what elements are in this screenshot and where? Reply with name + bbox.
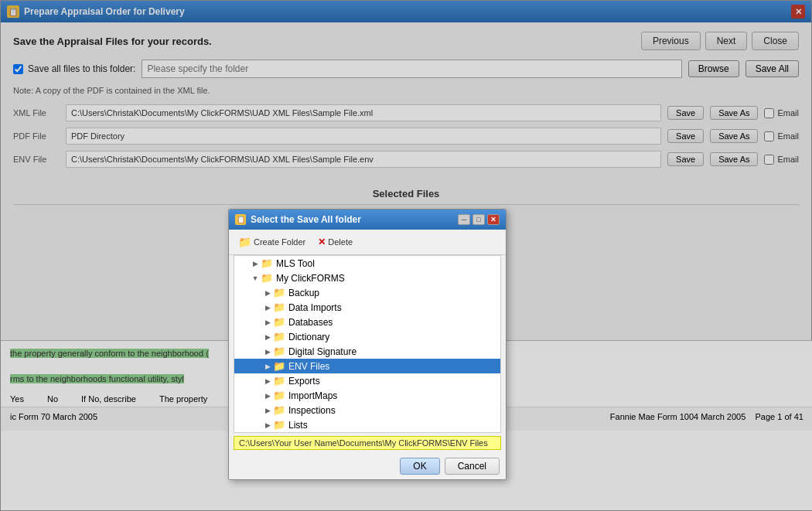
folder-icon-env-files: 📁	[273, 360, 285, 372]
folder-tree[interactable]: ▶ 📁 MLS Tool ▼ 📁 My ClickFORMS ▶ 📁 Backu…	[234, 255, 501, 433]
modal-maximize-button[interactable]: □	[473, 214, 485, 225]
tree-label-my-clickforms: My ClickFORMS	[276, 273, 345, 284]
tree-item-lists[interactable]: ▶ 📁 Lists	[234, 417, 500, 432]
selected-path: C:\Users\Your User Name\Documents\My Cli…	[234, 436, 501, 450]
expand-env-files[interactable]: ▶	[262, 363, 273, 370]
tree-item-importmaps[interactable]: ▶ 📁 ImportMaps	[234, 388, 500, 403]
folder-icon-databases: 📁	[273, 316, 285, 328]
delete-button[interactable]: ✕ Delete	[315, 235, 356, 249]
folder-icon-importmaps: 📁	[273, 390, 285, 401]
tree-item-dictionary[interactable]: ▶ 📁 Dictionary	[234, 329, 500, 344]
tree-label-databases: Databases	[288, 317, 333, 328]
tree-item-inspections[interactable]: ▶ 📁 Inspections	[234, 403, 500, 417]
modal-title: Select the Save All folder	[251, 214, 361, 225]
tree-item-mls-tool[interactable]: ▶ 📁 MLS Tool	[234, 256, 500, 271]
expand-exports[interactable]: ▶	[262, 377, 273, 385]
tree-label-data-imports: Data Imports	[288, 302, 342, 313]
folder-icon-my-clickforms: 📁	[261, 272, 273, 284]
tree-item-digital-signature[interactable]: ▶ 📁 Digital Signature	[234, 344, 500, 359]
tree-label-exports: Exports	[288, 376, 320, 387]
create-folder-icon: 📁	[238, 236, 251, 248]
tree-item-exports[interactable]: ▶ 📁 Exports	[234, 373, 500, 388]
expand-dictionary[interactable]: ▶	[262, 333, 273, 341]
modal-minimize-button[interactable]: ─	[458, 214, 470, 225]
tree-item-backup[interactable]: ▶ 📁 Backup	[234, 285, 500, 300]
expand-data-imports[interactable]: ▶	[262, 304, 273, 312]
tree-label-dictionary: Dictionary	[288, 332, 329, 342]
folder-icon-lists: 📁	[273, 419, 285, 431]
modal-toolbar: 📁 Create Folder ✕ Delete	[229, 230, 506, 255]
modal-controls: ─ □ ✕	[458, 214, 500, 225]
expand-inspections[interactable]: ▶	[262, 407, 273, 414]
tree-item-my-clickforms[interactable]: ▼ 📁 My ClickFORMS	[234, 271, 500, 285]
tree-label-lists: Lists	[288, 420, 308, 431]
folder-icon-backup: 📁	[273, 287, 285, 298]
tree-item-data-imports[interactable]: ▶ 📁 Data Imports	[234, 300, 500, 315]
cancel-button[interactable]: Cancel	[445, 458, 500, 475]
tree-label-mls-tool: MLS Tool	[276, 258, 315, 269]
tree-label-backup: Backup	[288, 288, 319, 298]
select-folder-modal: 📋 Select the Save All folder ─ □ ✕ 📁 Cre…	[228, 209, 507, 480]
modal-title-bar: 📋 Select the Save All folder ─ □ ✕	[229, 210, 506, 230]
expand-backup[interactable]: ▶	[262, 289, 273, 297]
expand-mls-tool[interactable]: ▶	[250, 260, 261, 267]
tree-label-importmaps: ImportMaps	[288, 390, 337, 401]
folder-icon-data-imports: 📁	[273, 301, 285, 313]
expand-databases[interactable]: ▶	[262, 319, 273, 326]
modal-icon: 📋	[235, 214, 246, 225]
expand-my-clickforms[interactable]: ▼	[250, 274, 261, 282]
tree-label-inspections: Inspections	[288, 405, 336, 416]
folder-icon-dictionary: 📁	[273, 331, 285, 342]
tree-item-databases[interactable]: ▶ 📁 Databases	[234, 315, 500, 329]
modal-close-button[interactable]: ✕	[487, 214, 500, 225]
expand-digital-signature[interactable]: ▶	[262, 348, 273, 356]
create-folder-button[interactable]: 📁 Create Folder	[235, 234, 309, 250]
folder-icon-inspections: 📁	[273, 404, 285, 416]
modal-buttons: OK Cancel	[229, 453, 506, 479]
expand-lists[interactable]: ▶	[262, 421, 273, 429]
folder-icon-digital-signature: 📁	[273, 346, 285, 357]
tree-item-env-files[interactable]: ▶ 📁 ENV Files	[234, 359, 500, 373]
expand-importmaps[interactable]: ▶	[262, 392, 273, 400]
ok-button[interactable]: OK	[400, 458, 439, 475]
folder-icon-exports: 📁	[273, 375, 285, 387]
tree-label-digital-signature: Digital Signature	[288, 346, 357, 357]
delete-icon: ✕	[318, 237, 326, 247]
folder-icon-mls-tool: 📁	[261, 257, 273, 269]
tree-label-env-files: ENV Files	[288, 361, 329, 372]
